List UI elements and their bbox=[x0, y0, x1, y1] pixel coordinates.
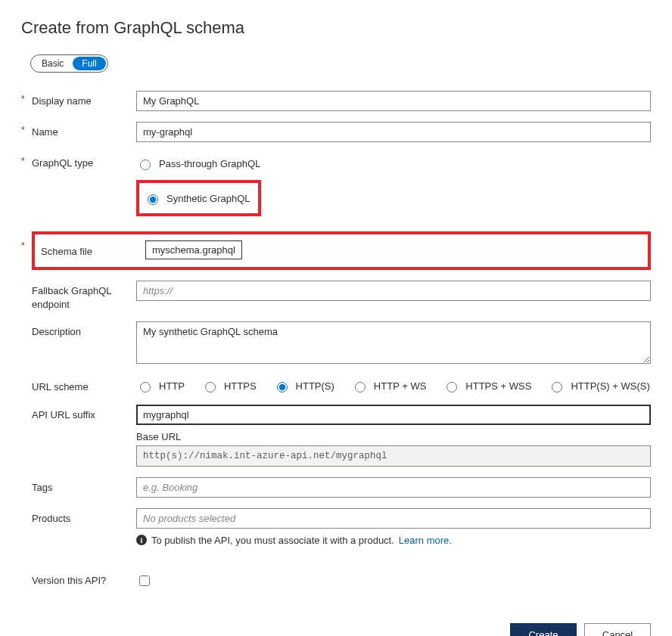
products-input[interactable]: No products selected bbox=[136, 508, 651, 529]
toggle-full[interactable]: Full bbox=[73, 57, 105, 70]
graphql-type-synthetic-radio[interactable] bbox=[148, 194, 158, 205]
url-scheme-http-label: HTTP bbox=[159, 380, 185, 392]
schema-file-input[interactable]: myschema.graphql bbox=[145, 240, 242, 259]
toggle-basic[interactable]: Basic bbox=[33, 57, 73, 70]
schema-file-highlight: Schema file myschema.graphql bbox=[32, 231, 651, 270]
cancel-button[interactable]: Cancel bbox=[584, 623, 651, 636]
view-mode-toggle[interactable]: Basic Full bbox=[30, 54, 108, 73]
url-scheme-httpswss-both-label: HTTP(S) + WS(S) bbox=[571, 380, 649, 392]
schema-file-label: Schema file bbox=[41, 242, 145, 259]
name-input[interactable] bbox=[136, 122, 651, 142]
graphql-type-label: GraphQL type bbox=[32, 153, 136, 170]
display-name-label: Display name bbox=[32, 91, 136, 108]
graphql-type-passthrough-radio[interactable] bbox=[140, 160, 151, 170]
version-api-checkbox[interactable] bbox=[139, 576, 150, 586]
url-scheme-https-radio[interactable] bbox=[205, 382, 216, 392]
version-api-label: Version this API? bbox=[32, 570, 136, 588]
page-title: Create from GraphQL schema bbox=[21, 18, 651, 38]
api-url-suffix-label: API URL suffix bbox=[32, 405, 136, 422]
url-scheme-label: URL scheme bbox=[32, 377, 136, 394]
required-marker: * bbox=[21, 153, 32, 166]
url-scheme-https-label: HTTPS bbox=[224, 380, 257, 392]
create-button[interactable]: Create bbox=[510, 623, 577, 636]
required-marker: * bbox=[21, 91, 32, 104]
description-label: Description bbox=[32, 321, 136, 339]
name-label: Name bbox=[32, 122, 136, 139]
products-label: Products bbox=[32, 508, 136, 526]
url-scheme-httpswss-radio[interactable] bbox=[446, 382, 457, 392]
tags-input[interactable] bbox=[136, 477, 651, 498]
fallback-endpoint-input[interactable] bbox=[136, 281, 651, 301]
url-scheme-https-both-radio[interactable] bbox=[277, 382, 288, 392]
base-url-readonly: http(s)://nimak.int-azure-api.net/mygrap… bbox=[136, 445, 651, 467]
fallback-endpoint-label: Fallback GraphQL endpoint bbox=[32, 281, 136, 311]
url-scheme-http-radio[interactable] bbox=[140, 382, 151, 392]
required-marker: * bbox=[21, 231, 32, 251]
base-url-label: Base URL bbox=[136, 431, 651, 442]
url-scheme-httpws-label: HTTP + WS bbox=[374, 380, 426, 392]
synthetic-highlight: Synthetic GraphQL bbox=[136, 180, 261, 216]
graphql-type-synthetic-label: Synthetic GraphQL bbox=[166, 193, 250, 204]
graphql-type-passthrough-label: Pass-through GraphQL bbox=[159, 158, 260, 169]
info-icon: i bbox=[136, 535, 147, 545]
display-name-input[interactable] bbox=[136, 91, 651, 111]
products-placeholder: No products selected bbox=[143, 513, 235, 524]
url-scheme-https-both-label: HTTP(S) bbox=[296, 380, 334, 392]
url-scheme-httpswss-label: HTTPS + WSS bbox=[465, 380, 531, 392]
url-scheme-httpswss-both-radio[interactable] bbox=[552, 382, 562, 392]
tags-label: Tags bbox=[32, 477, 136, 495]
required-marker: * bbox=[21, 122, 32, 135]
learn-more-link[interactable]: Learn more. bbox=[399, 535, 452, 546]
url-scheme-httpws-radio[interactable] bbox=[355, 382, 366, 392]
description-input[interactable] bbox=[136, 321, 651, 364]
api-url-suffix-input[interactable] bbox=[136, 405, 651, 425]
products-info-text: To publish the API, you must associate i… bbox=[151, 535, 394, 546]
